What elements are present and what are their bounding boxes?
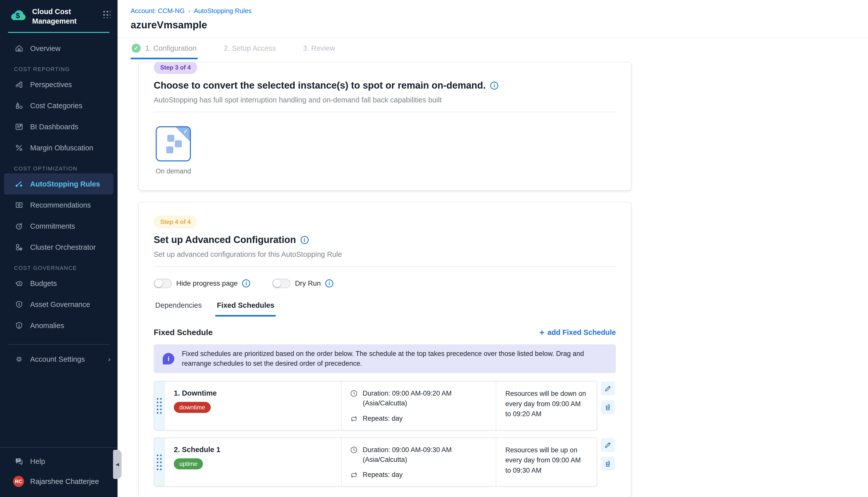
schedule-title: 1. Downtime <box>174 389 332 397</box>
tab-review[interactable]: 3. Review <box>302 38 336 59</box>
hexagon-cluster-icon <box>14 242 24 252</box>
step-complete-icon: ✓ <box>131 44 141 53</box>
schedule-list: 1. Downtime downtime Duration: 09:00 AM-… <box>154 381 616 487</box>
breadcrumb: Account: CCM-NG › AutoStopping Rules <box>130 7 854 15</box>
chevron-right-icon: › <box>108 355 111 364</box>
sidebar-item-commitments[interactable]: Commitments <box>0 216 117 237</box>
percent-icon <box>14 143 24 153</box>
advanced-config-subheading: Set up advanced configurations for this … <box>154 250 616 258</box>
breadcrumb-account-link[interactable]: Account: CCM-NG <box>130 7 185 15</box>
svg-text:$: $ <box>16 11 20 19</box>
drag-handle[interactable] <box>154 438 165 486</box>
sidebar-item-overview[interactable]: Overview <box>0 38 117 59</box>
delete-schedule-button[interactable] <box>601 400 615 414</box>
page-title: azureVmsample <box>130 19 854 31</box>
svg-text:$: $ <box>18 282 20 285</box>
sidebar-item-help[interactable]: ? Help <box>0 451 117 472</box>
info-icon[interactable]: i <box>300 236 309 244</box>
add-fixed-schedule-button[interactable]: + add Fixed Schedule <box>540 328 616 337</box>
pencil-icon <box>604 441 612 449</box>
page-header: Account: CCM-NG › AutoStopping Rules azu… <box>117 0 868 31</box>
ondemand-option: ✓ On demand <box>154 126 193 175</box>
user-menu[interactable]: RC Rajarshee Chatterjee <box>0 472 117 497</box>
advanced-config-tabs: Dependencies Fixed Schedules <box>154 301 616 316</box>
wizard-tabs: ✓ 1. Configuration 2. Setup Access 3. Re… <box>117 38 868 59</box>
fixed-schedule-title: Fixed Schedule <box>154 328 213 337</box>
sidebar-item-cluster-orchestrator[interactable]: Cluster Orchestrator <box>0 237 117 258</box>
delete-schedule-button[interactable] <box>601 457 615 471</box>
step-3-badge: Step 3 of 4 <box>154 62 197 74</box>
app-title: Cloud Cost Management <box>32 7 97 26</box>
edit-schedule-button[interactable] <box>601 382 615 396</box>
nav-section-cost-governance: COST GOVERNANCE <box>14 265 117 271</box>
pencil-icon <box>604 385 612 392</box>
breadcrumb-separator-icon: › <box>188 7 191 15</box>
trash-icon <box>604 459 612 468</box>
ondemand-tile-label: On demand <box>155 167 191 175</box>
instances-icon <box>167 135 174 142</box>
schedule-card-downtime[interactable]: 1. Downtime downtime Duration: 09:00 AM-… <box>154 381 597 430</box>
home-icon <box>14 43 24 54</box>
schedule-description: Resources will be down on every day from… <box>496 382 597 430</box>
app-switcher-grid-icon[interactable] <box>102 10 111 18</box>
app-root: $ Cloud Cost Management Overview COST RE… <box>0 0 868 497</box>
wizard-content: Step 3 of 4 Choose to convert the select… <box>117 59 868 497</box>
sidebar-item-budgets[interactable]: $ Budgets <box>0 273 117 294</box>
drag-handle[interactable] <box>154 382 165 430</box>
sidebar-item-autostopping-rules[interactable]: AutoStopping Rules <box>4 173 113 195</box>
clock-refresh-icon <box>14 221 24 231</box>
breadcrumb-autostopping-link[interactable]: AutoStopping Rules <box>194 7 252 15</box>
priority-info-banner: i Fixed schedules are prioritized based … <box>154 344 616 373</box>
sidebar-item-margin-obfuscation[interactable]: Margin Obfuscation <box>0 137 117 158</box>
sidebar-item-asset-governance[interactable]: $ Asset Governance <box>0 294 117 315</box>
tab-fixed-schedules[interactable]: Fixed Schedules <box>215 301 276 316</box>
hide-progress-toggle[interactable] <box>154 279 172 288</box>
sidebar-nav: Overview COST REPORTING Perspectives Cos… <box>0 33 117 336</box>
clock-icon <box>350 445 358 454</box>
svg-text:?: ? <box>17 458 19 462</box>
section-divider <box>154 112 616 112</box>
hide-progress-label: Hide progress page <box>176 279 238 287</box>
edit-schedule-button[interactable] <box>601 438 615 452</box>
sidebar-collapse-handle[interactable]: ◀ <box>113 450 122 479</box>
dry-run-toggle[interactable] <box>272 279 290 288</box>
tab-setup-access[interactable]: 2. Setup Access <box>223 38 277 59</box>
schedule-type-badge: uptime <box>174 458 203 469</box>
info-icon[interactable]: i <box>325 279 333 287</box>
sidebar-item-perspectives[interactable]: Perspectives <box>0 74 117 95</box>
fixed-schedule-header: Fixed Schedule + add Fixed Schedule <box>154 328 616 337</box>
schedule-title: 2. Schedule 1 <box>174 445 332 454</box>
schedule-card-uptime[interactable]: 2. Schedule 1 uptime Duration: 09:00 AM-… <box>154 438 597 487</box>
selected-check-icon: ✓ <box>183 128 188 135</box>
user-avatar: RC <box>13 476 24 487</box>
schedule-repeats: Repeats: day <box>350 414 488 423</box>
sidebar-item-account-settings[interactable]: Account Settings › <box>0 349 117 370</box>
hide-progress-toggle-group: Hide progress page i <box>154 279 250 288</box>
sidebar-item-cost-categories[interactable]: Cost Categories <box>0 95 117 116</box>
schedule-duration: Duration: 09:00 AM-09:30 AM (Asia/Calcut… <box>350 445 488 465</box>
ondemand-tile[interactable]: ✓ <box>156 126 191 161</box>
dry-run-label: Dry Run <box>295 279 321 287</box>
info-icon[interactable]: i <box>242 279 250 287</box>
schedule-duration: Duration: 09:00 AM-09:20 AM (Asia/Calcut… <box>350 388 488 408</box>
info-icon[interactable]: i <box>490 82 498 90</box>
sidebar-divider <box>8 344 110 345</box>
sidebar: $ Cloud Cost Management Overview COST RE… <box>0 0 117 497</box>
section-divider <box>154 266 616 267</box>
sidebar-item-recommendations[interactable]: Recommendations <box>0 195 117 216</box>
app-logo-row: $ Cloud Cost Management <box>0 0 117 26</box>
step-4-badge: Step 4 of 4 <box>154 215 197 228</box>
nav-section-cost-reporting: COST REPORTING <box>14 66 117 73</box>
sidebar-item-bi-dashboards[interactable]: BI Dashboards <box>0 116 117 137</box>
tab-dependencies[interactable]: Dependencies <box>154 301 203 316</box>
tab-configuration[interactable]: ✓ 1. Configuration <box>130 38 198 59</box>
spot-ondemand-heading: Choose to convert the selected instance(… <box>154 80 616 91</box>
sidebar-item-anomalies[interactable]: Anomalies <box>0 315 117 336</box>
dashboard-image-icon <box>14 122 24 132</box>
repeat-icon <box>350 471 358 479</box>
gear-icon <box>14 354 24 364</box>
clock-icon <box>350 389 358 398</box>
advanced-config-heading: Set up Advanced Configuration i <box>154 235 616 245</box>
recommendation-tag-icon <box>14 200 24 210</box>
shield-dollar-icon: $ <box>14 299 24 310</box>
